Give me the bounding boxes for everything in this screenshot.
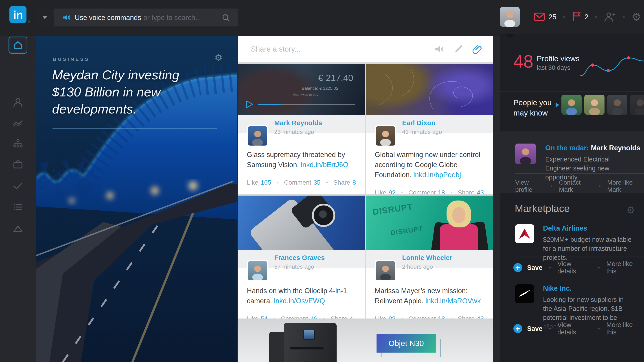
search-bar[interactable]: Use voice commands or type to search...: [36, 8, 238, 26]
sidebar-item-tasks[interactable]: [0, 180, 36, 191]
comment-button[interactable]: Comment16: [281, 314, 318, 319]
sidebar-item-jobs[interactable]: [0, 159, 36, 170]
post-link[interactable]: lnkd.in/MaROVwk: [426, 297, 481, 305]
voice-command-label: Use voice commands: [75, 14, 141, 22]
marketplace-company-name[interactable]: Delta Airlines: [543, 224, 587, 232]
nike-logo[interactable]: [515, 284, 534, 303]
sidebar-item-insights[interactable]: [0, 118, 36, 129]
more-like-this-link[interactable]: More like this: [606, 260, 644, 275]
sidebar-item-more[interactable]: [0, 223, 36, 234]
post-author-name[interactable]: Earl Dixon: [402, 119, 435, 126]
hero-story-card[interactable]: BUSINESS ⚙ Meydan City investing $130 Bi…: [36, 36, 237, 362]
audio-post-icon[interactable]: [434, 44, 444, 55]
post-author-name[interactable]: Frances Graves: [274, 254, 325, 261]
suggested-person-avatar[interactable]: [584, 95, 604, 115]
post-link[interactable]: lnkd.in/bErtJ6Q: [301, 161, 348, 169]
people-next-arrow-icon[interactable]: [556, 102, 559, 108]
post-timestamp: 2 hours ago: [402, 263, 452, 270]
separator-dot: [451, 318, 452, 319]
person-icon: [12, 97, 23, 108]
suggested-person-avatar[interactable]: [607, 95, 628, 115]
marketplace-company-name[interactable]: Nike Inc.: [543, 284, 572, 293]
post-image-conference[interactable]: DISRUPT DISRUPT: [366, 196, 493, 250]
play-button-icon[interactable]: [246, 100, 254, 110]
linkedin-logo[interactable]: in: [10, 6, 26, 23]
write-post-pencil-icon[interactable]: [454, 44, 463, 55]
app-root: in ® Use voice commands or type to searc…: [0, 0, 644, 362]
like-button[interactable]: Like54: [247, 314, 268, 319]
view-profile-link[interactable]: View profile: [515, 179, 544, 193]
search-icon[interactable]: [222, 13, 231, 23]
sidebar-item-profile[interactable]: [0, 97, 36, 108]
sidebar-item-lists[interactable]: [0, 202, 36, 212]
radar-person-avatar[interactable]: [515, 144, 536, 164]
post-author-name[interactable]: Mark Reynolds: [274, 119, 322, 126]
post-author-avatar[interactable]: [247, 125, 268, 147]
marketplace-gear-icon[interactable]: ⚙: [626, 205, 635, 216]
messages-icon[interactable]: [534, 12, 545, 21]
attach-paperclip-icon[interactable]: [472, 44, 482, 56]
share-count: 43: [477, 189, 484, 194]
share-story-composer[interactable]: Share a story...: [238, 36, 493, 62]
on-the-radar-section: On the radar: Mark Reynolds Experienced …: [500, 131, 644, 193]
section-divider: [515, 173, 644, 174]
org-chart-icon: [12, 138, 23, 149]
view-details-link[interactable]: View details: [558, 260, 591, 275]
post-image-wind-map[interactable]: [366, 64, 493, 115]
post-card[interactable]: Earl Dixon 41 minutes ago Global warming…: [366, 64, 493, 194]
post-link[interactable]: lnkd.in/OsvEWQ: [274, 297, 325, 305]
view-details-link[interactable]: View details: [558, 321, 591, 336]
share-button[interactable]: Share4: [330, 314, 353, 319]
like-button[interactable]: Like92: [375, 188, 396, 194]
post-card[interactable]: DISRUPT DISRUPT Lonnie Wheeler 2 hours a…: [366, 196, 493, 319]
comment-button[interactable]: Comment18: [408, 314, 445, 319]
speaker-figure: [440, 224, 478, 250]
suggested-person-avatar[interactable]: [630, 95, 644, 115]
post-card[interactable]: € 217,40 Balance: € 1225,02 Nod twice to…: [238, 64, 365, 194]
share-button[interactable]: Share43: [458, 188, 484, 194]
post-text: Global warming now under control accordi…: [375, 150, 484, 194]
save-plus-icon[interactable]: +: [514, 324, 522, 333]
voice-command-icon[interactable]: [62, 13, 71, 22]
share-button[interactable]: Share43: [458, 314, 484, 319]
comment-button[interactable]: Comment35: [284, 177, 321, 188]
profile-views-sparkline: [580, 49, 644, 79]
post-video-thumbnail[interactable]: € 217,40 Balance: € 1225,02 Nod twice to…: [238, 64, 365, 115]
post-author-avatar[interactable]: [375, 125, 396, 147]
hero-settings-gear-icon[interactable]: ⚙: [214, 52, 222, 63]
separator-dot: [595, 16, 597, 18]
save-plus-icon[interactable]: +: [514, 263, 522, 272]
add-contact-icon[interactable]: [604, 12, 616, 22]
flags-count: 2: [584, 13, 588, 21]
comment-button[interactable]: Comment18: [408, 188, 445, 194]
post-link[interactable]: lnkd.in/bpPqebj: [413, 171, 461, 179]
user-avatar[interactable]: [500, 7, 520, 27]
more-like-link[interactable]: More like Mark: [607, 179, 644, 193]
save-button[interactable]: Save: [527, 264, 542, 271]
flags-icon[interactable]: [572, 12, 581, 22]
post-author-name[interactable]: Lonnie Wheeler: [402, 254, 452, 261]
contact-link[interactable]: Contact Mark: [559, 179, 592, 193]
triangle-up-icon: [12, 223, 23, 234]
post-author-avatar[interactable]: [247, 260, 268, 282]
like-count: 54: [260, 315, 268, 319]
video-overlay-hint: Nod twice to pay: [293, 93, 318, 96]
sponsored-ad[interactable]: Objet N30: [238, 319, 493, 362]
search-scope-dropdown[interactable]: [36, 8, 54, 26]
topbar: in ® Use voice commands or type to searc…: [0, 0, 644, 36]
post-author-avatar[interactable]: [375, 260, 396, 282]
sidebar-item-network[interactable]: [0, 138, 36, 149]
sidebar-item-home[interactable]: [0, 36, 36, 55]
settings-gear-icon[interactable]: ⚙: [632, 11, 641, 22]
post-image-camera[interactable]: [238, 196, 365, 250]
like-button[interactable]: Like92: [375, 314, 396, 319]
like-button[interactable]: Like165: [247, 177, 271, 188]
share-button[interactable]: Share8: [334, 177, 356, 188]
comment-count: 16: [310, 315, 317, 319]
more-like-this-link[interactable]: More like this: [606, 321, 644, 336]
suggested-person-avatar[interactable]: [562, 95, 582, 115]
save-button[interactable]: Save: [527, 325, 542, 332]
delta-logo[interactable]: [515, 224, 534, 243]
post-card[interactable]: Frances Graves 57 minutes ago Hands on w…: [238, 196, 365, 319]
ad-product-button[interactable]: Objet N30: [376, 334, 436, 353]
